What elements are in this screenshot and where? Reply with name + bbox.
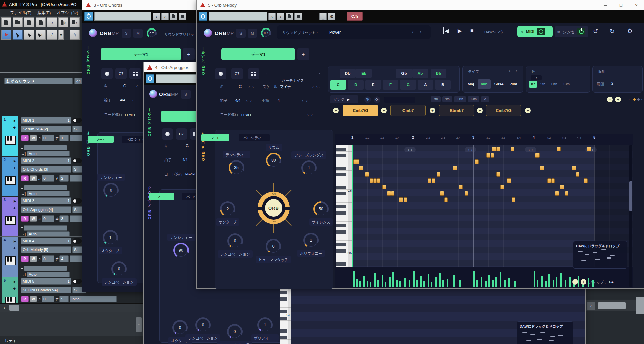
song-mode-pill[interactable]: ソング▶ (330, 95, 358, 103)
ruler-tick[interactable]: 1.2 (365, 136, 370, 139)
time-prev-icon[interactable]: ‹ (246, 98, 247, 103)
maximize-button[interactable]: □ (613, 0, 629, 10)
velocity-bar[interactable] (396, 280, 398, 287)
instrument-field[interactable]: Serum_x64 [2] (21, 126, 71, 132)
ruler-tick[interactable]: 2 (412, 135, 414, 139)
track-name-field[interactable]: MIDI 5|1 (21, 278, 71, 285)
progression-value[interactable]: i-i-vii-i (125, 112, 135, 116)
midi-note[interactable] (535, 153, 540, 158)
track-color-strip[interactable]: 2 + (2, 157, 18, 196)
bar-scroll-chevrons[interactable] (465, 147, 476, 152)
ruler-tick[interactable]: 4.2 (547, 136, 551, 139)
instrument-field[interactable]: Orb Arpeggios [4] (21, 206, 71, 213)
undo-button[interactable]: ↺ (593, 27, 598, 35)
midi-note[interactable] (511, 147, 514, 151)
velocity-bar[interactable] (548, 274, 550, 287)
velocity-bar[interactable] (382, 275, 383, 287)
insert-tool-button[interactable] (13, 30, 23, 40)
time-next-icon[interactable]: › (250, 98, 252, 103)
extension-button[interactable]: 9th (442, 96, 452, 102)
tab-note[interactable]: ノート (88, 136, 114, 143)
velocity-bar[interactable] (481, 277, 482, 287)
add-chord-button[interactable]: + (615, 97, 621, 102)
midi-note[interactable] (576, 172, 579, 177)
parameter-knob[interactable]: オクターブ 1 (92, 230, 129, 254)
bar-scroll-chevrons[interactable] (404, 147, 416, 152)
zoom-out-button[interactable]: − (572, 279, 578, 285)
parameter-knob[interactable]: ポリフォニー 1 (247, 317, 283, 342)
ruler-tick[interactable]: 3 (472, 135, 474, 139)
ruler-tick[interactable]: 4.4 (577, 136, 581, 139)
bars-next-icon[interactable]: › (306, 98, 307, 103)
plugin-power-button[interactable] (84, 12, 93, 21)
chords-title-bar[interactable]: 3 - Orb Chords (82, 0, 204, 10)
record-toggle[interactable] (72, 279, 82, 284)
midi-note[interactable] (391, 191, 394, 196)
key-button[interactable]: A (418, 80, 433, 90)
ruler-tick[interactable]: 1.3 (380, 136, 385, 139)
velocity-bar[interactable] (537, 280, 538, 287)
track-play-icon[interactable] (14, 117, 16, 123)
write-automation-button[interactable]: W (30, 175, 37, 181)
time-value[interactable]: 4/4 (235, 98, 240, 102)
midi-out-button[interactable] (70, 17, 80, 27)
extension-button[interactable]: Ø (481, 96, 489, 102)
playhead[interactable] (352, 145, 353, 267)
parameter-knob[interactable]: シンコペーション 0 (217, 233, 254, 258)
progression-value[interactable]: i-i-vii-i (185, 172, 195, 176)
preset-name-field[interactable] (94, 12, 151, 21)
velocity-bar[interactable] (453, 275, 455, 287)
velocity-bar[interactable] (374, 273, 376, 287)
velocity-bar[interactable] (420, 276, 422, 287)
transpose-field[interactable]: 0 (42, 175, 54, 182)
phrase-field[interactable] (24, 266, 67, 271)
parameter-knob[interactable]: デンシティー 0 (93, 174, 129, 198)
midi-note[interactable] (551, 178, 555, 183)
close-button[interactable]: × (629, 0, 644, 10)
bars-value[interactable]: 4 (278, 98, 280, 102)
velocity-bar[interactable] (377, 280, 379, 287)
read-automation-button[interactable]: R (21, 296, 29, 302)
channel-field[interactable]: 5 (59, 296, 69, 302)
host-settings-button[interactable]: ⚙ (328, 13, 335, 20)
transpose-field[interactable]: 0 (42, 296, 54, 302)
ruler-tick[interactable]: 3.2 (486, 136, 491, 139)
velocity-bar[interactable] (416, 280, 418, 287)
velocity-bar[interactable] (413, 271, 415, 287)
read-automation-button[interactable]: R (21, 135, 29, 141)
melody-dragdrop-box[interactable]: DAWにドラッグ＆ドロップ (573, 241, 627, 269)
ruler-tick[interactable]: 3.4 (517, 136, 521, 139)
load-preset-button[interactable] (170, 13, 177, 20)
midi-note[interactable] (453, 166, 457, 170)
timeline-ruler[interactable]: 11.21.31.422.22.32.433.23.33.444.24.34.4… (335, 134, 633, 144)
ruler-tick[interactable]: 5 (593, 135, 595, 139)
midi-note[interactable] (444, 197, 448, 202)
key-button[interactable]: Bb (431, 69, 446, 78)
velocity-bar[interactable] (508, 278, 510, 287)
scale-next-icon[interactable]: › (316, 84, 318, 89)
chord-symbol-button[interactable]: C7 (231, 68, 243, 79)
color-option[interactable]: 13th (561, 81, 572, 88)
extension-button[interactable]: 13th (468, 96, 479, 102)
track-play-icon[interactable] (14, 238, 16, 244)
ruler-tick[interactable]: 2.2 (426, 136, 430, 139)
track-color-strip[interactable]: 4 + (2, 237, 18, 277)
ball-mode-button[interactable] (215, 68, 226, 79)
bar-scroll-chevrons[interactable] (525, 147, 536, 152)
hscrollbar-thumb[interactable] (598, 302, 626, 309)
velocity-bar[interactable] (514, 281, 516, 287)
velocity-bar[interactable] (370, 282, 371, 287)
page-prev-icon[interactable]: ‹ (629, 97, 630, 102)
cycle-icon[interactable]: ⟳ (374, 96, 380, 103)
record-toggle[interactable] (72, 118, 82, 123)
velocity-bar[interactable] (428, 274, 429, 287)
piano-icon[interactable] (5, 176, 16, 185)
track-expand-button[interactable]: + (13, 125, 16, 130)
scroll-left-icon[interactable]: ‹ (1, 305, 8, 311)
roll-vscrollbar[interactable] (629, 145, 632, 287)
read-automation-button[interactable]: R (21, 216, 29, 222)
midi-note[interactable] (404, 197, 407, 202)
chord-block[interactable]: Cmb7/G (343, 105, 378, 116)
piano-keyboard[interactable]: C6 C5 (336, 145, 352, 267)
song-name-field[interactable]: 転がるサウンド (4, 78, 73, 84)
